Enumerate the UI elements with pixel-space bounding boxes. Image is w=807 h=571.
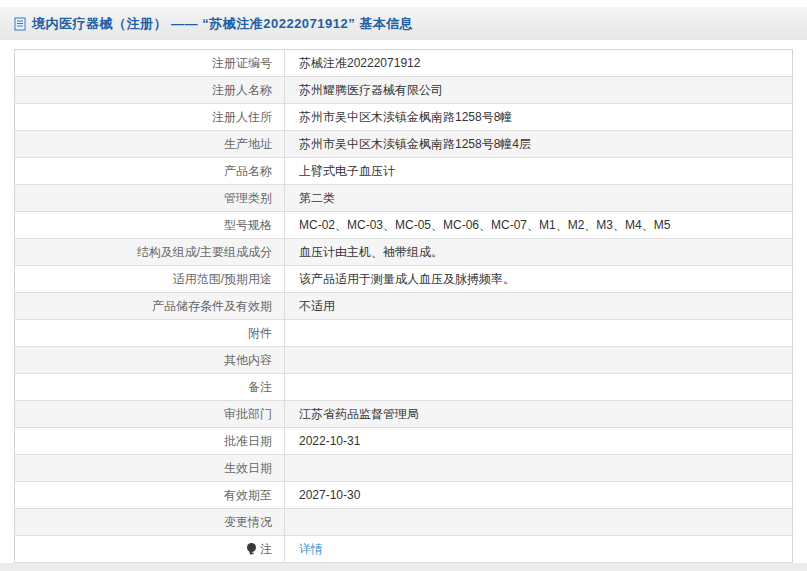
registration-info-table: 注册证编号苏械注准20222071912注册人名称苏州耀腾医疗器械有限公司注册人… [14, 49, 793, 563]
page-header: 境内医疗器械（注册） —— “苏械注准20222071912” 基本信息 [0, 7, 807, 40]
row-label-text: 适用范围/预期用途 [173, 272, 272, 286]
row-label-text: 结构及组成/主要组成成分 [137, 245, 272, 259]
row-value: 详情 [285, 536, 793, 563]
details-link[interactable]: 详情 [299, 542, 323, 556]
row-label: 变更情况 [15, 509, 285, 536]
row-value-text: 2027-10-30 [299, 488, 360, 502]
row-value [285, 455, 793, 482]
row-value: 2027-10-30 [285, 482, 793, 509]
table-row: 注册证编号苏械注准20222071912 [15, 50, 793, 77]
row-value: MC-02、MC-03、MC-05、MC-06、MC-07、M1、M2、M3、M… [285, 212, 793, 239]
row-value [285, 320, 793, 347]
row-value-text: 江苏省药品监督管理局 [299, 407, 419, 421]
row-label-text: 有效期至 [224, 488, 272, 502]
row-label: 注册人名称 [15, 77, 285, 104]
row-value: 不适用 [285, 293, 793, 320]
table-row: 适用范围/预期用途该产品适用于测量成人血压及脉搏频率。 [15, 266, 793, 293]
row-value-text: MC-02、MC-03、MC-05、MC-06、MC-07、M1、M2、M3、M… [299, 218, 670, 232]
row-value-text: 苏州市吴中区木渎镇金枫南路1258号8幢4层 [299, 137, 531, 151]
row-label-text: 产品名称 [224, 164, 272, 178]
row-label: 备注 [15, 374, 285, 401]
table-row: 有效期至2027-10-30 [15, 482, 793, 509]
table-row: 审批部门江苏省药品监督管理局 [15, 401, 793, 428]
row-value: 上臂式电子血压计 [285, 158, 793, 185]
row-label-text: 管理类别 [224, 191, 272, 205]
table-row: 其他内容 [15, 347, 793, 374]
row-label: 注 [15, 536, 285, 563]
table-row: 产品名称上臂式电子血压计 [15, 158, 793, 185]
row-label: 有效期至 [15, 482, 285, 509]
row-label-text: 生效日期 [224, 461, 272, 475]
row-value-text: 不适用 [299, 299, 335, 313]
row-value-text: 2022-10-31 [299, 434, 360, 448]
row-label-text: 生产地址 [224, 137, 272, 151]
row-label-text: 备注 [248, 380, 272, 394]
row-value-text: 上臂式电子血压计 [299, 164, 395, 178]
table-row: 管理类别第二类 [15, 185, 793, 212]
row-value: 该产品适用于测量成人血压及脉搏频率。 [285, 266, 793, 293]
row-label: 注册人住所 [15, 104, 285, 131]
row-label-text: 注册人住所 [212, 110, 272, 124]
row-value-text: 该产品适用于测量成人血压及脉搏频率。 [299, 272, 515, 286]
table-row: 结构及组成/主要组成成分血压计由主机、袖带组成。 [15, 239, 793, 266]
table-row: 型号规格MC-02、MC-03、MC-05、MC-06、MC-07、M1、M2、… [15, 212, 793, 239]
row-label-text: 附件 [248, 326, 272, 340]
row-label: 产品名称 [15, 158, 285, 185]
row-label-text: 注册人名称 [212, 83, 272, 97]
table-row: 注册人住所苏州市吴中区木渎镇金枫南路1258号8幢 [15, 104, 793, 131]
row-label: 管理类别 [15, 185, 285, 212]
note-icon [247, 543, 256, 554]
row-label: 审批部门 [15, 401, 285, 428]
table-row: 生效日期 [15, 455, 793, 482]
row-value-text: 苏州市吴中区木渎镇金枫南路1258号8幢 [299, 110, 512, 124]
row-value: 苏州市吴中区木渎镇金枫南路1258号8幢 [285, 104, 793, 131]
row-label-text: 变更情况 [224, 515, 272, 529]
row-label-text: 型号规格 [224, 218, 272, 232]
row-label-text: 审批部门 [224, 407, 272, 421]
row-label-text: 注册证编号 [212, 56, 272, 70]
row-label: 适用范围/预期用途 [15, 266, 285, 293]
table-row: 注详情 [15, 536, 793, 563]
row-value-text: 第二类 [299, 191, 335, 205]
row-label-text: 其他内容 [224, 353, 272, 367]
row-value: 苏州耀腾医疗器械有限公司 [285, 77, 793, 104]
table-row: 变更情况 [15, 509, 793, 536]
row-label-text: 批准日期 [224, 434, 272, 448]
table-row: 附件 [15, 320, 793, 347]
row-value: 江苏省药品监督管理局 [285, 401, 793, 428]
table-row: 注册人名称苏州耀腾医疗器械有限公司 [15, 77, 793, 104]
row-label: 生效日期 [15, 455, 285, 482]
row-label: 产品储存条件及有效期 [15, 293, 285, 320]
row-label: 附件 [15, 320, 285, 347]
row-label: 型号规格 [15, 212, 285, 239]
row-value: 血压计由主机、袖带组成。 [285, 239, 793, 266]
row-value-text: 苏州耀腾医疗器械有限公司 [299, 83, 443, 97]
row-value [285, 509, 793, 536]
table-row: 生产地址苏州市吴中区木渎镇金枫南路1258号8幢4层 [15, 131, 793, 158]
row-value-text: 苏械注准20222071912 [299, 56, 420, 70]
table-row: 产品储存条件及有效期不适用 [15, 293, 793, 320]
row-value: 第二类 [285, 185, 793, 212]
row-label-text: 产品储存条件及有效期 [152, 299, 272, 313]
content-area: 注册证编号苏械注准20222071912注册人名称苏州耀腾医疗器械有限公司注册人… [0, 40, 807, 563]
row-value [285, 374, 793, 401]
row-label: 批准日期 [15, 428, 285, 455]
row-value: 苏械注准20222071912 [285, 50, 793, 77]
row-value [285, 347, 793, 374]
row-label: 注册证编号 [15, 50, 285, 77]
table-body: 注册证编号苏械注准20222071912注册人名称苏州耀腾医疗器械有限公司注册人… [15, 50, 793, 563]
footer-strip [0, 563, 807, 571]
table-row: 批准日期2022-10-31 [15, 428, 793, 455]
document-icon [14, 17, 26, 31]
row-label-text: 注 [260, 542, 272, 556]
row-label: 其他内容 [15, 347, 285, 374]
table-row: 备注 [15, 374, 793, 401]
page-title: 境内医疗器械（注册） —— “苏械注准20222071912” 基本信息 [32, 15, 413, 33]
row-value-text: 血压计由主机、袖带组成。 [299, 245, 443, 259]
row-value: 苏州市吴中区木渎镇金枫南路1258号8幢4层 [285, 131, 793, 158]
row-value: 2022-10-31 [285, 428, 793, 455]
row-label: 生产地址 [15, 131, 285, 158]
row-label: 结构及组成/主要组成成分 [15, 239, 285, 266]
